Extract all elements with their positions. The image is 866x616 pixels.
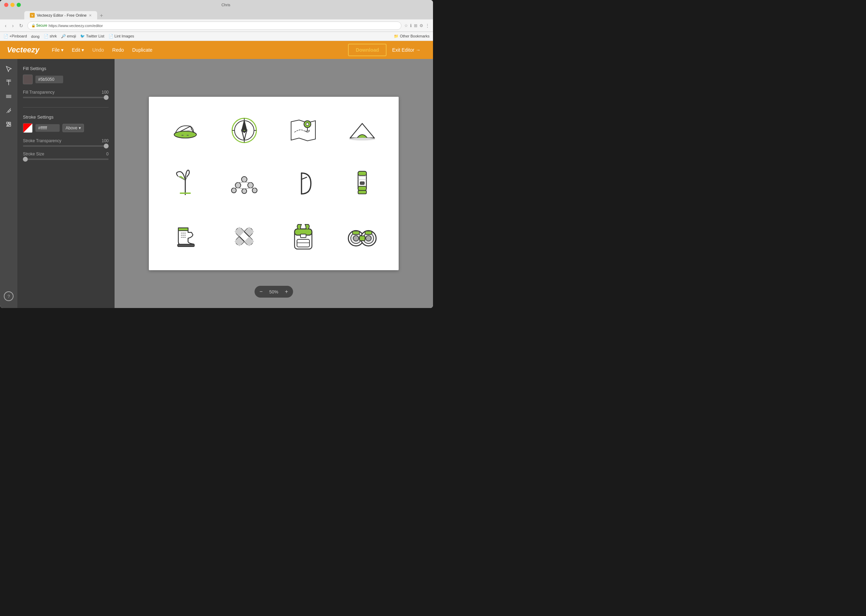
- fill-transparency-row: Fill Transparency 100: [23, 90, 108, 95]
- bookmarks-bar: 📄 +Pinboard dong 📄 shrk 🔎 emoji 🐦 Twitte…: [0, 32, 433, 41]
- help-button[interactable]: ?: [4, 291, 14, 301]
- tab-title: Vecteezy Editor - Free Online: [37, 13, 87, 17]
- icon-compass: [215, 104, 274, 157]
- icon-binoculars: [333, 210, 392, 263]
- svg-point-31: [235, 182, 241, 188]
- fill-color-swatch[interactable]: [23, 75, 33, 84]
- title-bar: Chris: [0, 0, 433, 10]
- stroke-size-row: Stroke Size 0: [23, 152, 108, 156]
- fill-transparency-slider[interactable]: [23, 97, 108, 98]
- svg-rect-50: [358, 190, 366, 194]
- stroke-size-label: Stroke Size: [23, 152, 44, 156]
- svg-line-41: [244, 188, 250, 189]
- zoom-level: 50%: [267, 289, 280, 294]
- tab-close-icon[interactable]: ✕: [89, 14, 91, 17]
- icon-flashlight: [333, 157, 392, 210]
- info-icon[interactable]: ℹ: [410, 23, 412, 28]
- svg-point-12: [174, 131, 196, 138]
- select-tool[interactable]: [2, 63, 15, 75]
- bookmark-twitter[interactable]: 🐦 Twitter List: [80, 34, 104, 39]
- svg-marker-8: [6, 125, 8, 126]
- icon-boot: [156, 210, 215, 263]
- url-input[interactable]: 🔒 Secure https://www.vecteezy.com/editor: [27, 22, 401, 30]
- stroke-size-slider[interactable]: [23, 159, 108, 160]
- back-button[interactable]: ‹: [3, 22, 8, 29]
- star-icon[interactable]: ☆: [404, 23, 408, 28]
- redo-button[interactable]: Redo: [108, 44, 128, 55]
- undo-button[interactable]: Undo: [88, 44, 108, 55]
- bookmark-lint[interactable]: 📄 Lint Images: [108, 34, 134, 39]
- stroke-color-input[interactable]: [35, 124, 60, 132]
- stroke-transparency-value: 100: [102, 138, 108, 143]
- stroke-size-value: 0: [106, 152, 108, 156]
- maximize-button[interactable]: [17, 3, 21, 7]
- stroke-settings-title: Stroke Settings: [23, 115, 108, 119]
- pattern-tool[interactable]: [2, 90, 15, 103]
- fill-settings-section: Fill Settings Fill Transparency 100: [23, 66, 108, 100]
- file-menu[interactable]: File ▾: [47, 44, 68, 55]
- zoom-out-button[interactable]: −: [255, 286, 267, 298]
- svg-rect-46: [358, 186, 366, 190]
- address-bar: ‹ › ↻ 🔒 Secure https://www.vecteezy.com/…: [0, 19, 433, 32]
- svg-point-72: [366, 236, 371, 241]
- window-title: Chris: [23, 3, 429, 7]
- other-bookmarks[interactable]: 📁 Other Bookmarks: [394, 34, 429, 39]
- active-tab[interactable]: V Vecteezy Editor - Free Online ✕: [24, 11, 97, 19]
- icon-tent: [333, 104, 392, 157]
- exit-editor-button[interactable]: Exit Editor →: [387, 44, 426, 55]
- bookmark-shrk[interactable]: 📄 shrk: [44, 34, 57, 39]
- svg-line-39: [238, 188, 244, 189]
- icon-bandage: [215, 210, 274, 263]
- zoom-bar: − 50% +: [255, 286, 293, 298]
- content-area: ? Fill Settings Fill Transparency 100: [0, 59, 433, 308]
- tools-sidebar: ?: [0, 59, 17, 308]
- fill-transparency-thumb[interactable]: [104, 95, 108, 100]
- layers-icon[interactable]: ⊞: [414, 23, 417, 28]
- fill-settings-title: Fill Settings: [23, 66, 108, 71]
- new-tab-button[interactable]: +: [97, 12, 106, 19]
- menu-icon[interactable]: ⋮: [425, 23, 429, 28]
- stroke-position-select[interactable]: Above ▾: [63, 124, 84, 132]
- svg-rect-52: [178, 244, 194, 247]
- svg-point-23: [243, 129, 245, 132]
- stroke-transparency-thumb[interactable]: [104, 144, 108, 148]
- canvas[interactable]: [149, 97, 399, 270]
- svg-rect-51: [178, 228, 188, 231]
- fill-transparency-label: Fill Transparency: [23, 90, 55, 95]
- svg-point-32: [248, 182, 253, 188]
- shape-tool[interactable]: [2, 118, 15, 130]
- svg-rect-73: [360, 236, 365, 241]
- bookmark-pinboard[interactable]: 📄 +Pinboard: [3, 34, 27, 39]
- bookmark-emoji[interactable]: 🔎 emoji: [61, 34, 76, 39]
- edit-menu[interactable]: Edit ▾: [68, 44, 88, 55]
- minimize-button[interactable]: [10, 3, 14, 7]
- download-button[interactable]: Download: [348, 44, 387, 56]
- fill-color-input[interactable]: [35, 75, 63, 83]
- topbar: Vecteezy File ▾ Edit ▾ Undo Redo Duplica…: [0, 41, 433, 59]
- chevron-down-icon: ▾: [61, 47, 63, 53]
- forward-button[interactable]: ›: [11, 22, 15, 29]
- stroke-size-thumb[interactable]: [23, 157, 28, 162]
- svg-rect-74: [352, 231, 360, 234]
- reload-button[interactable]: ↻: [18, 22, 25, 29]
- zoom-in-button[interactable]: +: [280, 286, 293, 298]
- text-tool[interactable]: [2, 76, 15, 89]
- icon-carabiner: [274, 157, 333, 210]
- browser-frame: Chris V Vecteezy Editor - Free Online ✕ …: [0, 0, 433, 308]
- duplicate-button[interactable]: Duplicate: [128, 44, 157, 55]
- ext-icon[interactable]: ⚙: [420, 23, 423, 28]
- close-button[interactable]: [4, 3, 8, 7]
- pen-tool[interactable]: [2, 104, 15, 116]
- svg-line-43: [302, 177, 307, 179]
- stroke-color-swatch[interactable]: [23, 123, 33, 133]
- svg-point-25: [306, 123, 309, 126]
- icon-map-pin: [274, 104, 333, 157]
- bookmark-dong[interactable]: dong: [31, 35, 39, 39]
- svg-rect-66: [300, 234, 306, 237]
- svg-rect-6: [6, 122, 8, 124]
- chevron-down-icon: ▾: [82, 47, 84, 53]
- svg-rect-64: [297, 239, 310, 247]
- chevron-down-icon: ▾: [79, 126, 81, 130]
- tab-bar: V Vecteezy Editor - Free Online ✕ +: [0, 10, 433, 19]
- stroke-transparency-slider[interactable]: [23, 145, 108, 147]
